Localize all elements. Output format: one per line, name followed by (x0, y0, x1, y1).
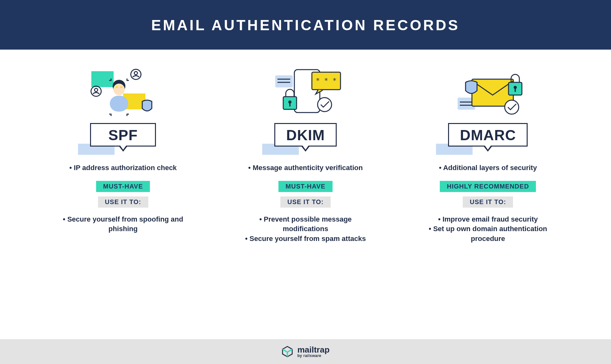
dkim-name: DKIM (286, 127, 325, 143)
dkim-use-label: USE IT TO: (280, 196, 331, 208)
svg-rect-0 (91, 71, 114, 87)
footer: mailtrap by railsware (0, 339, 611, 364)
svg-rect-9 (116, 86, 118, 88)
svg-rect-20 (289, 103, 291, 106)
dmarc-uses: • Improve email fraud security• Set up o… (421, 215, 555, 244)
header: EMAIL AUTHENTICATION RECORDS (0, 0, 611, 50)
spf-illustration (56, 65, 190, 120)
svg-text:* * *: * * * (316, 77, 337, 85)
brand-by: by railsware (297, 354, 329, 358)
dmarc-use-label: USE IT TO: (463, 196, 513, 208)
dmarc-label: DMARC (448, 123, 528, 152)
user-shield-icon (82, 66, 165, 119)
spf-uses: • Secure yourself from spoofing and phis… (56, 215, 190, 234)
spf-tag: MUST-HAVE (96, 181, 150, 192)
dmarc-name: DMARC (460, 127, 516, 143)
column-spf: SPF • IP address authorization check MUS… (56, 65, 190, 244)
svg-point-2 (134, 72, 137, 75)
spf-desc: • IP address authorization check (56, 163, 190, 173)
dkim-desc: • Message authenticity verification (239, 163, 372, 173)
svg-point-28 (505, 100, 519, 114)
message-lock-icon: * * * (264, 66, 347, 119)
dkim-illustration: * * * (239, 65, 372, 120)
envelope-lock-icon (446, 66, 529, 119)
dmarc-tag: HIGHLY RECOMMENDED (440, 181, 536, 192)
svg-rect-27 (515, 88, 516, 92)
dkim-tag: MUST-HAVE (278, 181, 332, 192)
svg-rect-12 (275, 75, 293, 87)
brand-name: mailtrap (297, 346, 329, 354)
svg-point-7 (113, 84, 125, 95)
page-title: EMAIL AUTHENTICATION RECORDS (0, 17, 611, 34)
spf-name: SPF (108, 127, 137, 143)
column-dmarc: DMARC • Additional layers of security HI… (421, 65, 555, 244)
svg-rect-8 (110, 96, 128, 112)
dkim-label: DKIM (274, 123, 337, 152)
columns-row: SPF • IP address authorization check MUS… (0, 50, 611, 244)
dmarc-illustration (421, 65, 555, 120)
svg-rect-10 (120, 86, 123, 88)
spf-label: SPF (90, 123, 156, 152)
column-dkim: * * * DKIM • Message authenticity verifi… (239, 65, 372, 244)
svg-point-4 (95, 88, 98, 92)
svg-point-17 (318, 98, 332, 112)
brand: mailtrap by railsware (297, 346, 329, 358)
dmarc-desc: • Additional layers of security (421, 163, 555, 173)
dkim-uses: • Prevent possible message modifications… (239, 215, 372, 244)
mailtrap-logo-icon (281, 346, 293, 358)
spf-use-label: USE IT TO: (98, 196, 148, 208)
